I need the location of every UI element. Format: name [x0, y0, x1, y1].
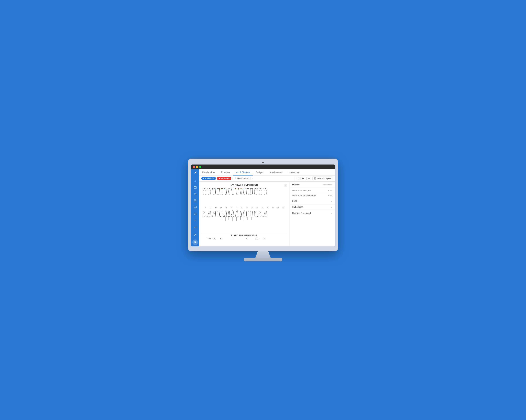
svg-line-14	[195, 214, 196, 214]
tooth-num-11: 11	[239, 207, 244, 208]
right-panel: Détails Réinitialiser INDICE DE PLAQUE (…	[290, 182, 335, 246]
indice-plaque-row: INDICE DE PLAQUE (0%)	[290, 188, 335, 193]
view-list-button[interactable]	[306, 177, 311, 180]
tooth-icon: 🦷	[234, 177, 237, 180]
indice-saignement-label: INDICE DE SAIGNEMENT	[292, 194, 316, 196]
svg-point-18	[195, 234, 196, 235]
profondeur-button[interactable]: Profondeur	[201, 177, 216, 180]
svg-rect-20	[296, 178, 298, 179]
tooth-num-15: 15	[219, 207, 223, 208]
tab-attachements[interactable]: Attachements	[266, 169, 285, 175]
indice-plaque-label: INDICE DE PLAQUE	[292, 189, 311, 191]
view-grid-button[interactable]	[301, 177, 305, 180]
sidebar-item-patients[interactable]	[192, 191, 198, 197]
sidebar-item-home[interactable]: ⌂	[192, 178, 198, 184]
tooth-num-17: 17	[208, 207, 213, 208]
tooth-num-14: 14	[224, 207, 229, 208]
monitor-camera	[262, 162, 264, 163]
tooth-num-26: 26	[270, 207, 275, 208]
reinitialiser-button[interactable]: Réinitialiser	[323, 184, 333, 186]
soins-section[interactable]: Soins ⌄	[290, 198, 335, 204]
sidebar-item-documents[interactable]	[192, 198, 198, 203]
details-header: Détails Réinitialiser	[290, 182, 335, 188]
arcade-divider	[202, 233, 287, 233]
tab-premiers-pas[interactable]: Premiers Pas	[199, 169, 218, 175]
sidebar-logo: ✕	[194, 171, 197, 175]
selection-rapide-button[interactable]: Séléction rapide	[312, 176, 333, 180]
view-single-button[interactable]	[294, 177, 299, 180]
tooth-num-18: 18	[203, 207, 208, 208]
minimize-button[interactable]	[196, 166, 198, 168]
tooth-num-13: 13	[229, 207, 234, 208]
arcade-superieur-label: L'ARCADE SUPERIEUR	[202, 184, 287, 186]
maximize-button[interactable]	[199, 166, 201, 168]
sidebar-item-chart[interactable]	[192, 205, 198, 210]
svg-rect-16	[195, 226, 195, 228]
close-button[interactable]	[193, 166, 195, 168]
tab-rediger[interactable]: Rédiger	[253, 169, 266, 175]
tab-honoraires[interactable]: Honoraires	[285, 169, 302, 175]
soins-label: Soins	[292, 200, 297, 202]
svg-rect-17	[196, 226, 196, 228]
pathologies-label: Pathologies	[292, 206, 303, 208]
svg-rect-0	[194, 186, 196, 189]
tooth-num-22: 22	[250, 207, 254, 208]
charting-parodental-label: Charting Parodental	[292, 212, 311, 214]
indice-plaque-value: (0%)	[328, 189, 333, 191]
charting-chevron-icon: ⌄	[331, 212, 333, 214]
tooth-num-27: 27	[275, 207, 280, 208]
details-title: Détails	[292, 183, 300, 186]
lower-arcade-teeth[interactable]	[202, 238, 287, 246]
sidebar-item-clock[interactable]	[192, 211, 198, 217]
tooth-num-16: 16	[213, 207, 218, 208]
svg-point-4	[195, 193, 196, 194]
lower-teeth[interactable]	[202, 210, 287, 232]
svg-rect-9	[194, 206, 196, 208]
indice-saignement-value: (0%)	[328, 194, 333, 196]
tab-act-charting[interactable]: Act & Charting	[233, 169, 253, 175]
arcade-inferieur-label: L'ARCADE INFERIEUR	[202, 234, 287, 237]
svg-rect-23	[302, 179, 303, 179]
indice-saignement-row: INDICE DE SAIGNEMENT (0%)	[290, 193, 335, 198]
tooth-num-28: 28	[281, 207, 286, 208]
tooth-num-25: 25	[265, 207, 270, 208]
sidebar: ✕ ⌂ €	[191, 169, 199, 246]
tooth-num-12: 12	[234, 207, 239, 208]
sidebar-item-settings[interactable]	[192, 232, 198, 237]
tooth-num-24: 24	[260, 207, 265, 208]
svg-point-19	[195, 241, 196, 242]
monitor-base	[244, 258, 282, 261]
sidebar-user-avatar[interactable]	[192, 239, 198, 245]
tooth-num-23: 23	[255, 207, 260, 208]
help-button[interactable]: ?	[284, 184, 287, 187]
sidebar-item-euro[interactable]: €	[192, 218, 198, 223]
svg-rect-21	[302, 178, 303, 178]
svg-rect-24	[303, 179, 304, 179]
dental-chart-area: ? L'ARCADE SUPERIEUR	[199, 182, 290, 246]
tabs-bar: Premiers Pas Examens Act & Charting Rédi…	[199, 169, 335, 176]
pathologies-chevron-icon: ⌄	[331, 206, 333, 208]
upper-teeth[interactable]	[202, 188, 287, 206]
monitor-stand-neck	[254, 251, 272, 258]
tooth-num-21: 21	[244, 207, 249, 208]
recession-dot	[219, 178, 220, 179]
title-bar	[191, 165, 335, 169]
recession-button[interactable]: Recession	[217, 177, 231, 180]
svg-rect-22	[303, 178, 304, 178]
sidebar-item-stats[interactable]	[192, 224, 198, 230]
dents-enfants-button[interactable]: 🦷 Dents d'enfants	[232, 177, 253, 180]
sidebar-item-calendar[interactable]	[192, 185, 198, 190]
tab-examens[interactable]: Examens	[218, 169, 233, 175]
charting-parodental-section[interactable]: Charting Parodental ⌄	[290, 210, 335, 216]
profondeur-dot	[203, 178, 204, 179]
toolbar: Profondeur Recession 🦷 Dents d'enfants	[199, 176, 335, 182]
pathologies-section[interactable]: Pathologies ⌄	[290, 204, 335, 210]
svg-rect-15	[194, 227, 194, 228]
soins-chevron-icon: ⌄	[331, 200, 333, 202]
